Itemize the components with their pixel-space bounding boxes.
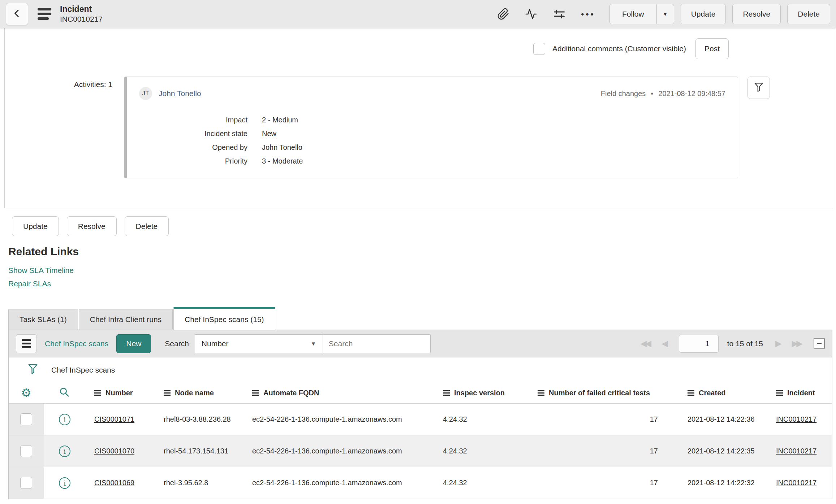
list-filter-row: Chef InSpec scans	[9, 357, 832, 383]
created-cell: 2021-08-12 14:22:35	[688, 447, 776, 455]
field-value: 2 - Medium	[262, 113, 298, 127]
column-menu-icon	[164, 390, 171, 396]
tab-chef-infra-client-runs[interactable]: Chef Infra Client runs	[79, 309, 173, 330]
tab-chef-inspec-scans[interactable]: Chef InSpec scans (15)	[173, 307, 275, 330]
next-page-button[interactable]: ▶	[775, 339, 782, 348]
activities-section: Activities: 1 JT John Tonello Field chan…	[5, 77, 833, 178]
filter-funnel-icon[interactable]	[27, 363, 38, 377]
node-name-cell: rhel8-03-3.88.236.28	[164, 415, 252, 423]
field-label: Incident state	[139, 127, 247, 140]
related-links: Show SLA Timeline Repair SLAs	[8, 264, 832, 290]
follow-button[interactable]: Follow	[610, 4, 656, 24]
personalize-sliders-icon[interactable]	[553, 8, 566, 21]
row-checkbox[interactable]	[20, 413, 32, 425]
resolve-button[interactable]: Resolve	[67, 216, 117, 236]
inspec-version-cell: 4.24.32	[443, 479, 538, 487]
first-page-button[interactable]: ◀◀	[641, 339, 651, 348]
additional-comments-checkbox[interactable]	[533, 43, 545, 55]
row-checkbox[interactable]	[20, 477, 32, 489]
chevron-left-icon	[12, 8, 22, 20]
page-number-input[interactable]	[679, 335, 719, 353]
update-button-header[interactable]: Update	[681, 4, 726, 24]
column-header-failed-critical-tests[interactable]: Number of failed critical tests	[538, 389, 688, 397]
activity-author-link[interactable]: John Tonello	[159, 89, 201, 98]
avatar: JT	[139, 87, 152, 100]
chef-inspec-scans-list: Chef InSpec scans New Search Number ▼ ◀◀…	[8, 330, 832, 499]
pagination: ◀◀ ◀ to 15 of 15 ▶ ▶▶	[641, 335, 825, 353]
column-header-incident[interactable]: Incident	[776, 389, 832, 397]
incident-link[interactable]: INC0010217	[776, 447, 816, 455]
table-header-row: ⚙ Number Node name Automate FQDN Inspec …	[9, 383, 832, 404]
record-id: INC0010217	[60, 14, 103, 23]
gear-icon[interactable]: ⚙	[21, 387, 31, 399]
delete-button[interactable]: Delete	[125, 216, 169, 236]
last-page-button[interactable]: ▶▶	[792, 339, 803, 348]
field-change-row: Impact 2 - Medium	[139, 113, 725, 127]
previous-page-button[interactable]: ◀	[662, 339, 668, 348]
post-button[interactable]: Post	[695, 38, 729, 59]
more-options-icon[interactable]: ●●●	[581, 11, 595, 17]
field-label: Impact	[139, 113, 247, 127]
field-change-row: Priority 3 - Moderate	[139, 154, 725, 168]
pagination-range-label: to 15 of 15	[727, 339, 763, 348]
incident-form-section: Additional comments (Customer visible) P…	[4, 28, 833, 208]
update-button[interactable]: Update	[12, 216, 59, 236]
activity-meta-separator: •	[651, 90, 653, 98]
field-change-row: Opened by John Tonello	[139, 140, 725, 154]
tab-task-slas[interactable]: Task SLAs (1)	[8, 309, 78, 330]
form-action-buttons: Update Resolve Delete	[8, 216, 832, 236]
collapse-list-button[interactable]	[814, 338, 825, 349]
repair-slas-link[interactable]: Repair SLAs	[8, 277, 832, 290]
resolve-button-header[interactable]: Resolve	[732, 4, 781, 24]
activity-filter-button[interactable]	[747, 77, 770, 99]
follow-dropdown-arrow[interactable]: ▼	[656, 4, 674, 24]
paperclip-icon[interactable]	[497, 8, 509, 20]
activity-meta: Field changes • 2021-08-12 09:48:57	[601, 90, 725, 98]
incident-link[interactable]: INC0010217	[776, 415, 816, 423]
funnel-icon	[754, 82, 764, 94]
list-menu-button[interactable]	[16, 334, 37, 353]
activity-accent-bar	[124, 77, 127, 178]
list-body: i CIS0001071 rhel8-03-3.88.236.28 ec2-54…	[9, 404, 832, 499]
automate-fqdn-cell: ec2-54-226-1-136.compute-1.amazonaws.com	[252, 447, 443, 455]
column-header-node-name[interactable]: Node name	[164, 389, 252, 397]
related-list-tabs: Task SLAs (1) Chef Infra Client runs Che…	[8, 307, 832, 330]
field-value: New	[262, 127, 276, 140]
activity-timestamp: 2021-08-12 09:48:57	[658, 90, 725, 98]
column-menu-icon	[776, 390, 783, 396]
field-label: Priority	[139, 154, 247, 168]
context-menu-icon[interactable]	[38, 8, 51, 20]
list-toolbar: Chef InSpec scans New Search Number ▼ ◀◀…	[9, 330, 832, 357]
list-title-link[interactable]: Chef InSpec scans	[45, 339, 108, 348]
created-cell: 2021-08-12 14:22:36	[688, 415, 776, 423]
column-header-automate-fqdn[interactable]: Automate FQDN	[252, 389, 443, 397]
scan-number-link[interactable]: CIS0001071	[94, 415, 134, 423]
info-icon[interactable]: i	[59, 446, 70, 457]
new-button[interactable]: New	[116, 334, 151, 353]
row-checkbox[interactable]	[20, 445, 32, 457]
node-name-cell: rhel-3.95.62.8	[164, 479, 252, 487]
column-menu-icon	[688, 390, 694, 396]
automate-fqdn-cell: ec2-54-226-1-136.compute-1.amazonaws.com	[252, 479, 443, 487]
search-label: Search	[165, 339, 189, 348]
column-header-number[interactable]: Number	[94, 389, 164, 397]
list-caption: Chef InSpec scans	[51, 366, 115, 374]
activity-stream-icon[interactable]	[525, 8, 538, 20]
node-name-cell: rhel-54.173.154.131	[164, 447, 252, 455]
scan-number-link[interactable]: CIS0001069	[94, 479, 134, 487]
info-icon[interactable]: i	[59, 414, 70, 425]
back-button[interactable]	[6, 3, 28, 25]
header-icons: ●●●	[497, 8, 595, 21]
scan-number-link[interactable]: CIS0001070	[94, 447, 134, 455]
show-sla-timeline-link[interactable]: Show SLA Timeline	[8, 264, 832, 277]
search-column-select[interactable]: Number ▼	[195, 334, 323, 353]
delete-button-header[interactable]: Delete	[787, 4, 830, 24]
follow-split-button: Follow ▼	[609, 4, 674, 24]
info-icon[interactable]: i	[59, 477, 70, 489]
incident-link[interactable]: INC0010217	[776, 479, 816, 487]
column-header-inspec-version[interactable]: Inspec version	[443, 389, 538, 397]
additional-comments-row: Additional comments (Customer visible) P…	[5, 38, 833, 59]
search-input[interactable]	[323, 334, 431, 353]
column-header-created[interactable]: Created	[688, 389, 776, 397]
column-search-icon[interactable]	[59, 387, 70, 399]
